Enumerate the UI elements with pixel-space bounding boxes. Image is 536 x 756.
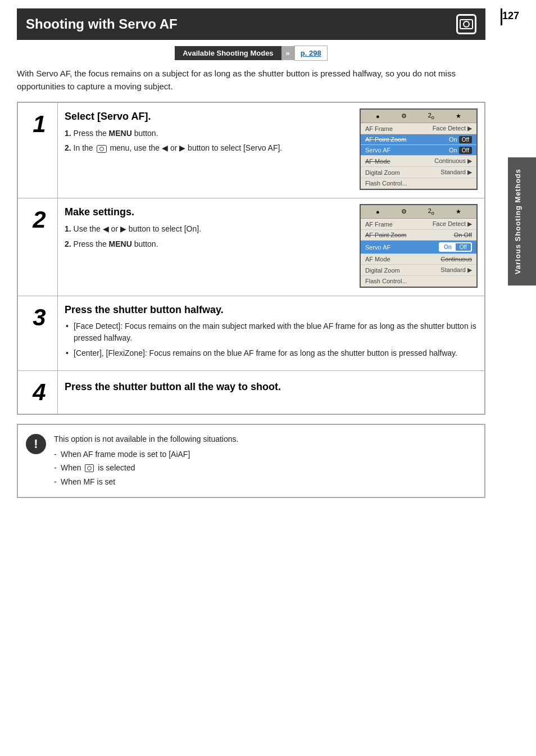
step-1-content: ● ⚙ 2o ★ AF Frame Face Detect ▶ AF Point… — [57, 103, 484, 198]
warning-icon: ! — [26, 434, 46, 454]
icon-star: ★ — [456, 112, 461, 120]
warning-content: This option is not available in the foll… — [54, 433, 238, 489]
step-3-header: Press the shutter button halfway. — [65, 304, 478, 316]
menu-row2-flash-control: Flash Control... — [361, 276, 476, 287]
warning-intro: This option is not available in the foll… — [54, 433, 238, 445]
step-3-bullets: [Face Detect]: Focus remains on the main… — [65, 320, 478, 359]
menu-row2-digital-zoom: Digital Zoom Standard ▶ — [361, 265, 476, 276]
step-4-row: 4 Press the shutter button all the way t… — [18, 371, 484, 414]
step-2-number: 2 — [18, 198, 57, 296]
icon-settings: ⚙ — [401, 112, 407, 120]
icon-circle: ● — [376, 113, 380, 120]
bullet-2: [Center], [FlexiZone]: Focus remains on … — [65, 347, 478, 359]
side-tab: Various Shooting Methods — [508, 157, 536, 286]
shooting-modes-page[interactable]: p. 298 — [294, 46, 328, 61]
on-off-toggle: On Off — [439, 242, 472, 252]
page-title: Shooting with Servo AF — [26, 16, 178, 32]
menu-row2-af-mode: AF Mode Continuous — [361, 254, 476, 265]
step-2-content: ● ⚙ 2o ★ AF Frame Face Detect ▶ AF Point… — [57, 198, 484, 296]
icon-settings-2: ⚙ — [401, 208, 407, 215]
menu-screenshot-2: ● ⚙ 2o ★ AF Frame Face Detect ▶ AF Point… — [360, 204, 478, 288]
warning-item-3: When MF is set — [54, 476, 238, 488]
menu-row-af-frame: AF Frame Face Detect ▶ — [361, 123, 476, 134]
menu-top-icons-2: ● ⚙ 2o ★ — [361, 205, 476, 219]
menu-row-servo-af-1: Servo AF On Off — [361, 145, 476, 156]
icon-2b: 2o — [428, 207, 434, 216]
intro-text: With Servo AF, the focus remains on a su… — [17, 67, 485, 93]
menu-row-flash-control: Flash Control... — [361, 178, 476, 189]
step-3-number: 3 — [18, 296, 57, 370]
step-3-row: 3 Press the shutter button halfway. [Fac… — [18, 296, 484, 371]
menu-row2-af-point-zoom: AF Point Zoom On Off — [361, 230, 476, 241]
shooting-modes-bar: Available Shooting Modes » p. 298 — [17, 46, 485, 61]
steps-container: 1 ● ⚙ 2o ★ AF Frame Face Detect ▶ A — [17, 102, 485, 415]
no-flash-icon — [85, 464, 94, 472]
icon-2: 2o — [428, 112, 434, 120]
warning-list: When AF frame mode is set to [AiAF] When… — [54, 448, 238, 488]
step-4-number: 4 — [18, 371, 57, 414]
menu-row-af-point-zoom: AF Point Zoom On Off — [361, 134, 476, 145]
step-2-row: 2 ● ⚙ 2o ★ AF Frame Face Detect ▶ A — [18, 198, 484, 296]
shooting-modes-label: Available Shooting Modes — [175, 46, 281, 60]
step-3-body: [Face Detect]: Focus remains on the main… — [65, 320, 478, 359]
icon-star-2: ★ — [456, 208, 461, 215]
menu-screenshot-1: ● ⚙ 2o ★ AF Frame Face Detect ▶ AF Point… — [360, 108, 478, 190]
step-3-content: Press the shutter button halfway. [Face … — [57, 296, 484, 370]
menu-top-icons-1: ● ⚙ 2o ★ — [361, 110, 476, 123]
page-number: 127 — [502, 10, 519, 22]
main-content: Shooting with Servo AF Available Shootin… — [17, 8, 519, 498]
camera-menu-icon — [97, 145, 107, 153]
menu-row-af-mode: AF Mode Continuous ▶ — [361, 156, 476, 167]
menu-row2-servo-af: Servo AF On Off — [361, 241, 476, 254]
step-4-content: Press the shutter button all the way to … — [57, 371, 484, 414]
shooting-modes-arrow: » — [281, 46, 294, 60]
menu-row2-af-frame: AF Frame Face Detect ▶ — [361, 219, 476, 230]
warning-box: ! This option is not available in the fo… — [17, 424, 485, 498]
warning-item-1: When AF frame mode is set to [AiAF] — [54, 448, 238, 460]
warning-item-2: When is selected — [54, 461, 238, 474]
title-section: Shooting with Servo AF — [17, 8, 485, 40]
step-1-row: 1 ● ⚙ 2o ★ AF Frame Face Detect ▶ A — [18, 103, 484, 198]
step-4-header: Press the shutter button all the way to … — [65, 381, 478, 393]
bullet-1: [Face Detect]: Focus remains on the main… — [65, 320, 478, 344]
camera-mode-icon — [456, 14, 476, 34]
menu-row-digital-zoom: Digital Zoom Standard ▶ — [361, 167, 476, 178]
step-1-number: 1 — [18, 103, 57, 198]
icon-circle-2: ● — [376, 209, 380, 215]
